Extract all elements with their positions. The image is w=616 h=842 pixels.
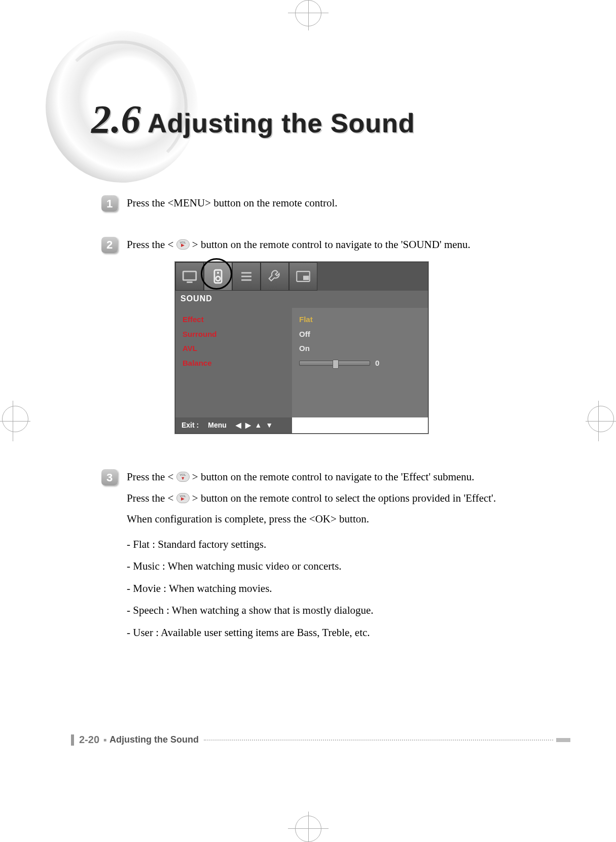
osd-tabs [175,262,428,291]
osd-footer: Exit : Menu ◀ ▶ ▲ ▼ [175,417,292,433]
effect-option-music: - Music : When watching music video or c… [127,558,560,575]
osd-tab-sound[interactable] [204,262,232,291]
crop-mark-bottom [293,816,323,842]
section-title: Adjusting the Sound [148,108,415,138]
effect-option-flat: - Flat : Standard factory settings. [127,537,560,553]
osd-header: SOUND [175,291,428,308]
osd-label-avl[interactable]: AVL [183,343,197,355]
osd-tab-setup[interactable] [261,262,289,291]
section-heading: 2.6 Adjusting the Sound [91,96,575,142]
step-3-line-3: When configuration is complete, press th… [127,511,560,528]
step-3-line-1: Press the < > button on the remote contr… [127,469,560,485]
effect-option-speech: - Speech : When watching a show that is … [127,603,560,619]
osd-arrow-icons: ◀ ▶ ▲ ▼ [236,420,274,431]
osd-tab-pip[interactable] [289,262,317,291]
section-number: 2.6 [91,96,141,142]
step-2: 2 Press the < > button on the remote con… [101,237,560,449]
crop-mark-right [586,406,616,436]
effect-option-movie: - Movie : When watching movies. [127,581,560,597]
step-badge-2: 2 [101,237,118,253]
osd-value-avl: On [299,343,310,355]
volume-right-icon [176,239,190,250]
osd-tab-channel[interactable] [232,262,261,291]
footer-square-icon: ■ [103,737,106,743]
footer-dotted-line [204,740,553,741]
svg-point-4 [217,272,219,274]
osd-label-balance[interactable]: Balance [183,358,212,369]
crop-mark-left [0,406,30,436]
step-1-text: Press the <MENU> button on the remote co… [127,195,560,212]
osd-value-effect: Flat [299,314,313,326]
step-1: 1 Press the <MENU> button on the remote … [101,195,560,217]
step-3-line-2: Press the < > button on the remote contr… [127,490,560,507]
osd-value-surround: Off [299,329,310,340]
svg-point-3 [216,276,221,281]
page-footer: 2-20 ■ Adjusting the Sound [71,734,570,746]
svg-rect-9 [303,276,309,280]
crop-mark-top [293,0,323,26]
osd-value-balance: 0 [375,358,379,369]
effect-option-user: - User : Available user setting items ar… [127,625,560,641]
step-3: 3 Press the < > button on the remote con… [101,469,560,647]
list-icon [238,268,255,285]
step-badge-3: 3 [101,469,118,485]
osd-sound-menu: SOUND Effect Surround AVL Balance Flat O… [175,262,428,434]
osd-exit-label: Exit : [182,420,199,431]
osd-menu-label: Menu [208,420,227,431]
osd-tab-picture[interactable] [175,262,204,291]
step-badge-1: 1 [101,195,118,212]
volume-right-icon [176,493,190,503]
footer-page-number: 2-20 [79,734,99,746]
step-2-text: Press the < > button on the remote contr… [127,237,560,253]
osd-balance-slider[interactable] [299,361,370,366]
footer-section-title: Adjusting the Sound [110,734,199,745]
speaker-icon [209,268,227,285]
footer-bar-icon [71,734,74,746]
volume-down-icon [176,472,190,482]
tv-icon [181,268,198,285]
osd-label-effect[interactable]: Effect [183,314,204,326]
osd-label-surround[interactable]: Surround [183,329,217,340]
osd-header-label: SOUND [180,293,297,305]
svg-rect-0 [183,271,196,280]
footer-end-bar [556,738,570,742]
pip-icon [295,268,312,285]
wrench-icon [266,268,283,285]
